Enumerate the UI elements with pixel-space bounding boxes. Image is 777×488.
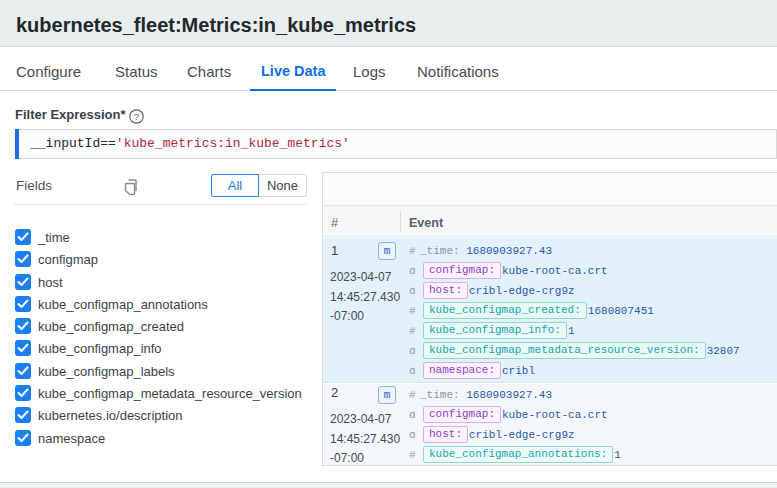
svg-text:?: ? (134, 111, 139, 122)
